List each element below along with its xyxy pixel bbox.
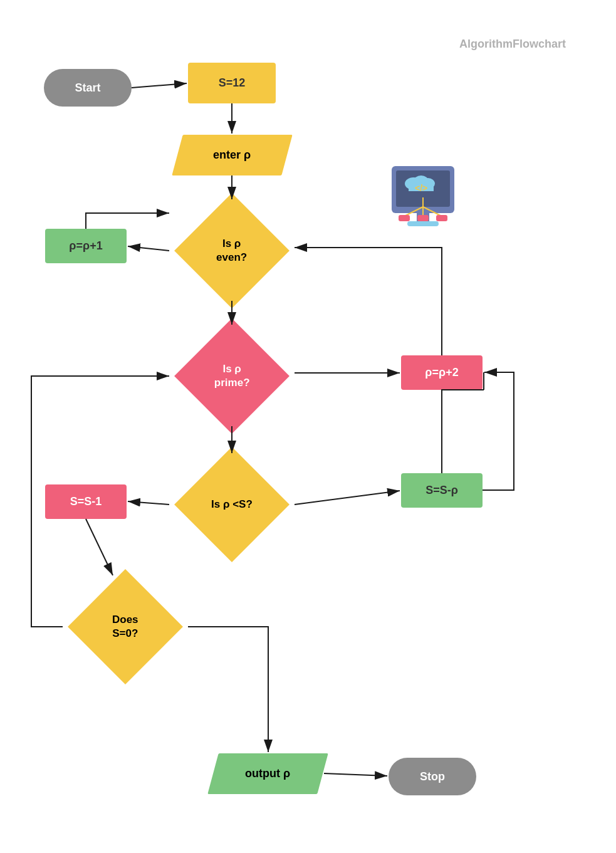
svg-line-20 — [128, 246, 169, 251]
svg-line-25 — [295, 491, 400, 505]
s-sm1-node: S=S-1 — [45, 484, 127, 519]
svg-rect-15 — [436, 215, 447, 221]
title-line2: Flowchart — [513, 38, 566, 51]
svg-line-26 — [86, 519, 113, 575]
svg-rect-14 — [417, 215, 429, 221]
p-p1-node: ρ=ρ+1 — [45, 229, 127, 263]
title-line1: Algorithm — [459, 38, 513, 51]
is-p-lt-s-node: Is ρ <S? — [169, 454, 295, 555]
svg-rect-8 — [407, 221, 439, 226]
s12-node: S=12 — [188, 63, 276, 103]
is-p-prime-node: Is ρ prime? — [169, 326, 295, 426]
svg-line-24 — [128, 501, 169, 505]
computer-icon: </> — [376, 160, 470, 241]
svg-rect-13 — [399, 215, 410, 221]
stop-node: Stop — [389, 758, 476, 795]
page-title: Algorithm Flowchart — [459, 38, 566, 51]
does-s0-node: Does S=0? — [63, 577, 188, 677]
arrows-svg — [0, 0, 616, 853]
is-p-even-node: Is ρ even? — [169, 201, 295, 301]
svg-text:</>: </> — [415, 183, 427, 193]
start-node: Start — [44, 69, 132, 107]
s-smp-node: S=S-ρ — [401, 473, 483, 508]
outputp-node: output ρ — [213, 753, 323, 794]
enterp-node: enter ρ — [177, 135, 287, 175]
p-p2-node: ρ=ρ+2 — [401, 355, 483, 390]
svg-line-17 — [132, 83, 187, 88]
svg-line-27 — [324, 773, 387, 776]
